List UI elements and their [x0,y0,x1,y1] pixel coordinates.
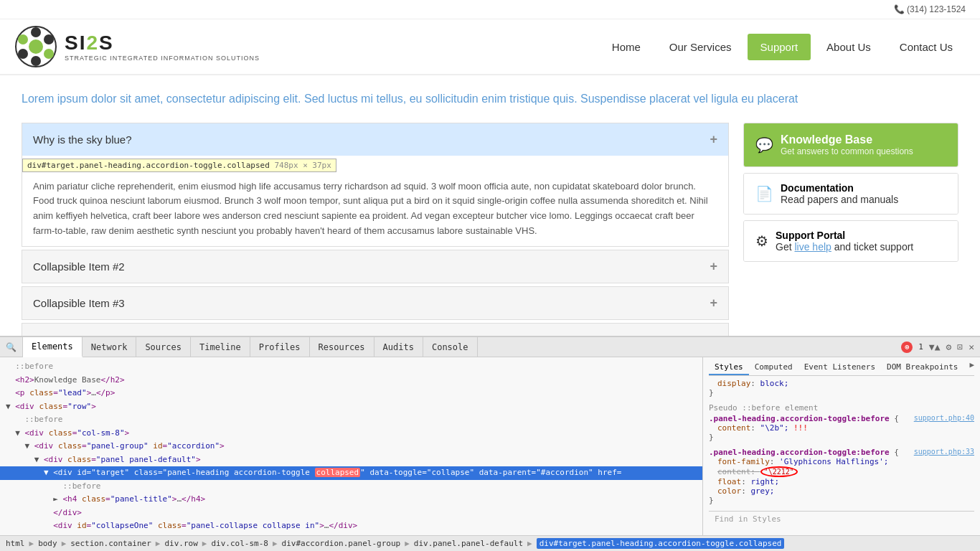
support-portal-card: ⚙ Support Portal Get live help and ticke… [743,220,958,262]
accordion-header-1[interactable]: Why is the sky blue? + [22,123,728,156]
logo-icon [14,25,57,68]
accordion-toggle-3: + [710,296,717,311]
accordion-title-3: Collapsible Item #3 [33,297,125,309]
main-nav: Home Our Services Support About Us Conta… [599,34,966,60]
svg-point-7 [18,34,28,44]
documentation-subtitle: Read papers and manuals [781,194,898,205]
svg-point-3 [44,34,54,44]
svg-point-4 [44,49,54,59]
support-portal-title: Support Portal [776,230,845,241]
main-content: Lorem ipsum dolor sit amet, consectetur … [0,75,980,357]
accordion-content-1: Anim pariatur cliche reprehenderit, enim… [33,179,717,239]
logo-subtitle: Strategic Integrated Information Solutio… [65,55,260,62]
phone-icon: 📞 [894,4,905,14]
close-icon[interactable]: ✕ [969,342,974,352]
support-portal-link[interactable]: live help [794,241,831,253]
tab-network[interactable]: Network [83,337,137,357]
nav-contact-us[interactable]: Contact Us [887,34,966,60]
tab-timeline[interactable]: Timeline [191,337,250,357]
error-count: 1 [918,342,923,352]
support-portal-body[interactable]: ⚙ Support Portal Get live help and ticke… [744,221,958,261]
header-top: 📞 (314) 123-1524 [0,0,980,19]
nav-about-us[interactable]: About Us [814,34,884,60]
book-icon: 📄 [755,185,773,202]
nav-home[interactable]: Home [599,34,654,60]
svg-point-1 [29,39,43,54]
logo-text: SI2S Strategic Integrated Information So… [65,32,260,62]
knowledge-base-header[interactable]: 💬 Knowledge Base Get answers to common q… [744,123,958,166]
gear-icon: ⚙ [755,232,768,250]
support-portal-text-before: Get [776,241,794,253]
devtools-tabs-bar: 🔍 Elements Network Sources Timeline Prof… [0,337,980,357]
tab-console[interactable]: Console [423,337,478,357]
tab-profiles[interactable]: Profiles [250,337,310,357]
left-col: Why is the sky blue? + div#target.panel-… [22,123,729,343]
devtools-toolbar-icons: ⊗ 1 ▼▲ ⚙ ⊡ ✕ [901,342,980,353]
knowledge-base-subtitle: Get answers to common questions [781,146,913,156]
svg-point-5 [31,56,41,66]
content-row: Why is the sky blue? + div#target.panel-… [22,123,958,343]
tab-audits[interactable]: Audits [374,337,423,357]
tab-resources[interactable]: Resources [310,337,374,357]
accordion-header-3[interactable]: Collapsible Item #3 + [22,287,728,319]
tooltip-selector: div#target.panel-heading.accordion-toggl… [27,161,270,170]
dock-icon[interactable]: ⊡ [957,342,963,352]
tooltip-size: 748px × 37px [274,161,331,170]
header-nav: SI2S Strategic Integrated Information So… [0,19,980,75]
chat-icon: 💬 [755,136,773,154]
accordion-toggle-2: + [710,259,717,274]
logo-brand: SI2S [65,32,260,55]
nav-our-services[interactable]: Our Services [656,34,745,60]
accordion-title-1: Why is the sky blue? [33,133,132,146]
svg-point-6 [18,49,28,59]
intro-text: Lorem ipsum dolor sit amet, consectetur … [22,90,958,108]
svg-point-2 [31,27,41,37]
documentation-title: Documentation [781,182,854,194]
accordion-item-1: Why is the sky blue? + div#target.panel-… [22,123,729,247]
knowledge-base-card: 💬 Knowledge Base Get answers to common q… [743,123,958,167]
knowledge-base-title: Knowledge Base [781,133,913,146]
accordion-header-2[interactable]: Collapsible Item #2 + [22,250,728,283]
tab-sources[interactable]: Sources [136,337,191,357]
tab-elements[interactable]: Elements [23,337,83,357]
documentation-body[interactable]: 📄 Documentation Read papers and manuals [744,174,958,214]
logo-area: SI2S Strategic Integrated Information So… [14,25,260,68]
support-portal-text-after: and ticket support [834,241,914,253]
nav-support[interactable]: Support [748,34,811,60]
accordion-item-2: Collapsible Item #2 + [22,250,729,283]
documentation-card: 📄 Documentation Read papers and manuals [743,173,958,215]
accordion-body-1: Anim pariatur cliche reprehenderit, enim… [22,172,728,246]
phone-number: (314) 123-1524 [907,4,966,14]
devtools-search-icon[interactable]: 🔍 [0,337,23,357]
right-col: 💬 Knowledge Base Get answers to common q… [743,123,958,343]
devtools-panel: 🔍 Elements Network Sources Timeline Prof… [0,336,980,357]
settings-icon[interactable]: ⚙ [946,342,952,352]
expand-icon[interactable]: ▼▲ [929,342,941,352]
accordion-item-3: Collapsible Item #3 + [22,286,729,320]
accordion-title-2: Collapsible Item #2 [33,260,125,273]
error-badge: ⊗ [901,342,913,353]
accordion-toggle-1: + [710,132,717,147]
element-tooltip: div#target.panel-heading.accordion-toggl… [22,159,336,172]
